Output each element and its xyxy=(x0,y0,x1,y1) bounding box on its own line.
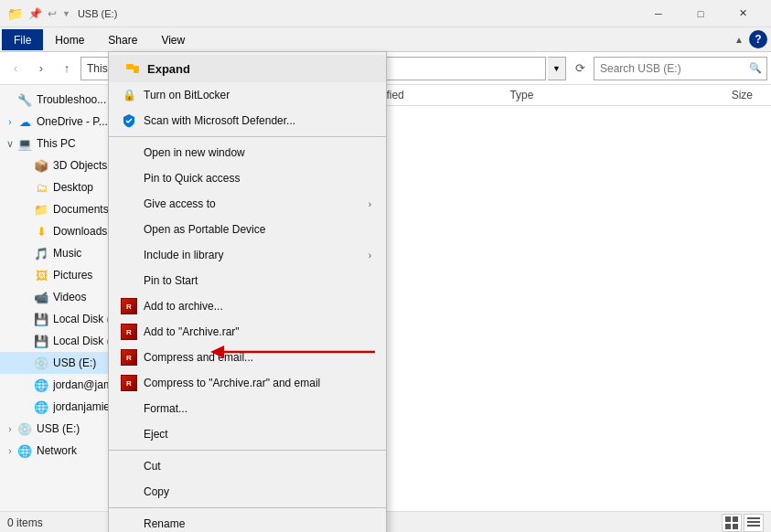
item-count: 0 items xyxy=(7,516,43,529)
ctx-label-library: Include in library xyxy=(144,249,223,261)
svg-rect-6 xyxy=(747,525,760,527)
ctx-item-portable[interactable]: Open as Portable Device xyxy=(109,217,386,242)
rar-archive-icon: R xyxy=(120,297,138,315)
sidebar-item-label: Videos xyxy=(53,291,86,303)
window-controls: ─ □ ✕ xyxy=(637,0,764,27)
ctx-item-eject[interactable]: Eject xyxy=(109,421,386,447)
expand-icon: ∨ xyxy=(4,138,16,150)
ctx-item-copy[interactable]: Copy xyxy=(109,479,386,505)
ctx-label-expand: Expand xyxy=(147,62,190,76)
tab-home[interactable]: Home xyxy=(43,29,96,50)
window-title: USB (E:) xyxy=(78,8,637,19)
ctx-label-cut: Cut xyxy=(144,460,161,473)
cut-icon xyxy=(120,457,138,475)
give-access-icon xyxy=(120,195,138,213)
col-type: Type xyxy=(509,89,648,101)
title-bar-icons: 📁 📌 ↩ ▼ xyxy=(7,6,70,21)
ctx-label-give-access: Give access to xyxy=(144,197,216,210)
ctx-item-pin-quick[interactable]: Pin to Quick access xyxy=(109,165,386,191)
library-arrow: › xyxy=(369,250,371,261)
ctx-item-compress-rar-email[interactable]: R Compress to "Archive.rar" and email xyxy=(109,370,386,396)
forward-button[interactable]: › xyxy=(29,57,53,80)
refresh-button[interactable]: ⟳ xyxy=(568,57,592,80)
undo-icon: ↩ xyxy=(48,7,57,20)
bitlocker-icon: 🔒 xyxy=(120,86,138,104)
tab-file[interactable]: File xyxy=(2,29,43,50)
address-dropdown[interactable]: ▼ xyxy=(548,57,566,80)
back-button[interactable]: ‹ xyxy=(4,57,27,80)
troubleshoot-icon: 🔧 xyxy=(16,91,33,108)
ctx-label-rename: Rename xyxy=(144,517,185,530)
ctx-label-format: Format... xyxy=(144,402,187,415)
detail-view-button[interactable] xyxy=(744,514,764,532)
sidebar-item-label: Desktop xyxy=(53,181,93,194)
ctx-item-compress-email[interactable]: R Compress and email... xyxy=(109,345,386,370)
ctx-label-pin-start: Pin to Start xyxy=(144,274,198,287)
svg-rect-2 xyxy=(725,524,731,529)
svg-rect-1 xyxy=(733,516,738,522)
portable-icon xyxy=(120,220,138,239)
rar-icon-2: R xyxy=(120,323,138,341)
svg-rect-4 xyxy=(747,517,760,519)
music-icon: 🎵 xyxy=(33,245,49,261)
ctx-item-add-rar[interactable]: R Add to "Archive.rar" xyxy=(109,319,386,345)
sidebar-item-label: Documents xyxy=(53,203,109,216)
list-view-button[interactable] xyxy=(722,514,742,532)
ctx-item-cut[interactable]: Cut xyxy=(109,453,386,479)
ctx-item-give-access[interactable]: Give access to › xyxy=(109,191,386,217)
ctx-separator-1 xyxy=(109,136,386,137)
pin-icon: 📌 xyxy=(28,7,42,20)
pin-start-icon xyxy=(120,271,138,290)
ctx-label-compress-email: Compress and email... xyxy=(144,351,253,364)
quick-access-icon: 📁 xyxy=(7,6,23,21)
ctx-label-pin-quick: Pin to Quick access xyxy=(144,172,240,185)
context-menu: Expand 🔒 Turn on BitLocker Scan with Mic… xyxy=(108,51,387,532)
ctx-separator-3 xyxy=(109,507,386,508)
library-icon xyxy=(120,246,138,264)
ribbon-tabs: File Home Share View ▲ ? xyxy=(0,27,771,51)
ctx-item-new-window[interactable]: Open in new window xyxy=(109,140,386,165)
search-wrapper: 🔍 xyxy=(594,57,767,80)
minimize-button[interactable]: ─ xyxy=(637,0,680,27)
net-jam-icon: 🌐 xyxy=(33,377,49,393)
ctx-item-library[interactable]: Include in library › xyxy=(109,242,386,268)
svg-rect-8 xyxy=(134,66,139,73)
close-button[interactable]: ✕ xyxy=(722,0,764,27)
ctx-label-portable: Open as Portable Device xyxy=(144,223,265,236)
col-size: Size xyxy=(648,89,764,101)
new-window-icon xyxy=(120,144,138,162)
sidebar-item-label: Troubleshoo... xyxy=(37,93,106,106)
ctx-label-defender: Scan with Microsoft Defender... xyxy=(144,114,295,127)
tab-view[interactable]: View xyxy=(149,29,197,50)
usb-e-icon: 💿 xyxy=(33,355,49,371)
rename-icon xyxy=(120,515,138,532)
list-view-icon xyxy=(725,516,738,529)
up-button[interactable]: ↑ xyxy=(55,57,79,80)
ctx-item-rename[interactable]: Rename xyxy=(109,511,386,532)
hdd-c-icon: 💾 xyxy=(33,311,49,327)
tab-share[interactable]: Share xyxy=(96,29,149,50)
sidebar-item-label: Network xyxy=(37,444,77,457)
ctx-item-add-archive[interactable]: R Add to archive... xyxy=(109,293,386,319)
rar-icon-4: R xyxy=(120,374,138,392)
title-bar: 📁 📌 ↩ ▼ USB (E:) ─ □ ✕ xyxy=(0,0,771,27)
ctx-item-format[interactable]: Format... xyxy=(109,396,386,421)
pictures-icon: 🖼 xyxy=(33,267,49,283)
svg-rect-3 xyxy=(733,524,738,529)
expand-icon: › xyxy=(4,446,16,456)
ctx-item-defender[interactable]: Scan with Microsoft Defender... xyxy=(109,108,386,133)
ctx-label-new-window: Open in new window xyxy=(144,146,245,159)
maximize-button[interactable]: □ xyxy=(680,0,722,27)
help-button[interactable]: ? xyxy=(749,30,767,48)
ctx-separator-2 xyxy=(109,450,386,451)
search-icon: 🔍 xyxy=(749,62,762,74)
search-input[interactable] xyxy=(594,57,767,80)
ctx-item-bitlocker[interactable]: 🔒 Turn on BitLocker xyxy=(109,82,386,108)
ribbon-collapse-icon[interactable]: ▲ xyxy=(729,33,749,47)
ctx-item-pin-start[interactable]: Pin to Start xyxy=(109,268,386,293)
svg-rect-5 xyxy=(747,521,760,523)
sidebar-item-label: 3D Objects xyxy=(53,159,107,172)
desktop-icon: 🗂 xyxy=(33,179,49,196)
ctx-item-expand[interactable]: Expand xyxy=(109,55,386,82)
sidebar-item-label: This PC xyxy=(37,137,76,150)
